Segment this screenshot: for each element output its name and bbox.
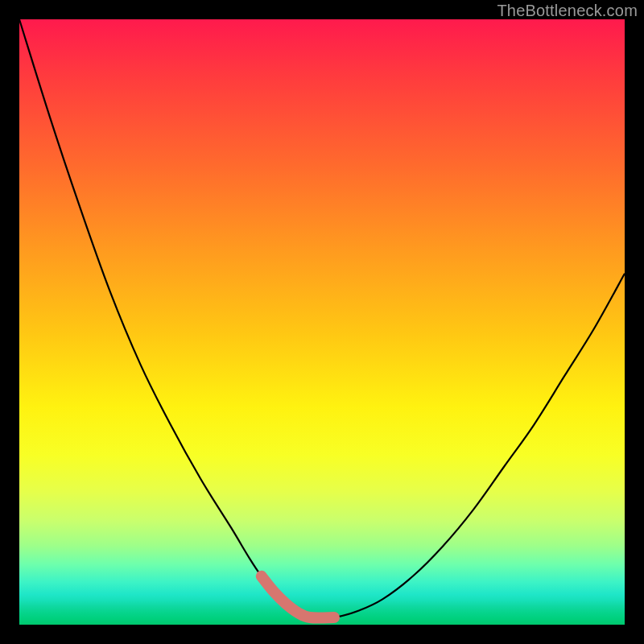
curve-path bbox=[19, 19, 625, 618]
watermark-text: TheBottleneck.com bbox=[497, 2, 638, 20]
bottleneck-curve bbox=[19, 19, 625, 625]
highlight-path bbox=[262, 576, 334, 618]
chart-frame: TheBottleneck.com bbox=[0, 0, 644, 644]
plot-area bbox=[19, 19, 625, 625]
